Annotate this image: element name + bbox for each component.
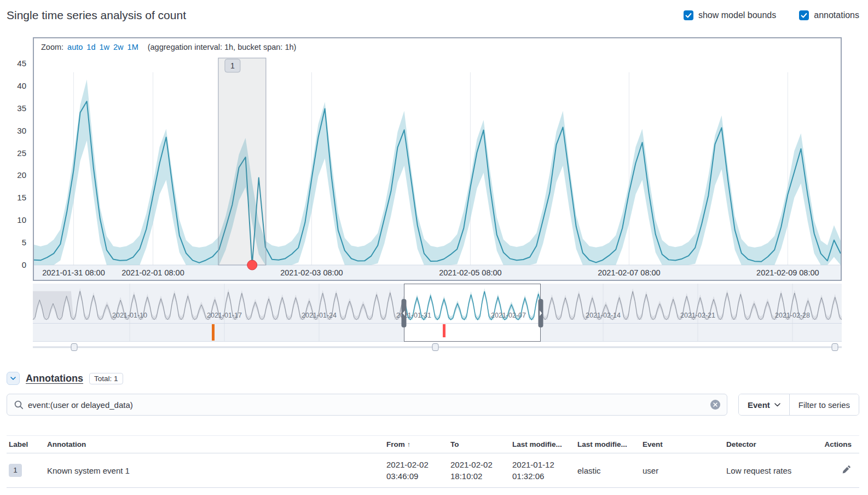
anomaly-marker[interactable] [247, 260, 257, 270]
context-x-label: 2021-01-10 [112, 312, 147, 319]
x-axis-label: 2021-02-03 08:00 [280, 268, 343, 277]
zoom-options: auto1d1w2w1M [67, 43, 142, 51]
close-icon [713, 402, 718, 407]
checkbox-checked-icon [799, 10, 809, 20]
annotations-checkbox[interactable]: annotations [799, 10, 859, 20]
pencil-icon [842, 465, 850, 474]
context-x-label: 2021-02-07 [491, 312, 526, 319]
scrollbar-thumb[interactable] [432, 344, 438, 351]
y-axis-label: 5 [22, 237, 26, 248]
chart-options: show model bounds annotations [684, 10, 859, 20]
context-x-label: 2021-01-24 [302, 312, 337, 319]
to-cell: 2021-02-02 18:10:02 [450, 453, 512, 488]
event-filter-label: Event [748, 400, 770, 410]
zoom-option-2w[interactable]: 2w [113, 43, 124, 51]
aggregation-interval-note: (aggregation interval: 1h, bucket span: … [148, 43, 297, 51]
x-axis-label: 2021-02-05 08:00 [439, 268, 502, 277]
focus-chart[interactable]: 2021-01-31 08:002021-02-01 08:002021-02-… [34, 56, 841, 280]
x-axis-label: 2021-01-31 08:00 [42, 268, 105, 277]
from-cell: 2021-02-02 03:46:09 [386, 453, 450, 488]
column-header-from[interactable]: From↑ [386, 436, 450, 453]
y-axis-label: 25 [17, 148, 26, 159]
annotations-table: Label Annotation From↑ To Last modifie..… [7, 435, 859, 488]
scrollbar-thumb[interactable] [832, 344, 838, 351]
focus-chart-panel: Zoom: auto1d1w2w1M (aggregation interval… [33, 37, 842, 281]
context-x-label: 2021-01-17 [207, 312, 242, 319]
actions-cell [817, 453, 859, 488]
context-x-label: 2021-02-21 [680, 312, 715, 319]
y-axis-label: 0 [22, 260, 26, 270]
context-chart-wrap: 2021-01-102021-01-172021-01-242021-01-31… [33, 284, 842, 352]
zoom-option-1d[interactable]: 1d [86, 43, 95, 51]
y-axis-label: 15 [17, 192, 26, 203]
y-axis-label: 35 [17, 103, 26, 114]
annotation-label-badge: 1 [9, 464, 22, 477]
annotation-cell: Known system event 1 [47, 453, 386, 488]
column-header-actions: Actions [817, 436, 859, 453]
single-metric-viewer: Single time series analysis of count sho… [0, 0, 868, 488]
annotation-region[interactable] [218, 58, 266, 265]
annotation-label-text: 1 [230, 61, 235, 70]
context-chart[interactable]: 2021-01-102021-01-172021-01-242021-01-31… [33, 284, 842, 352]
zoom-controls: Zoom: auto1d1w2w1M (aggregation interval… [34, 38, 841, 56]
zoom-option-1w[interactable]: 1w [99, 43, 109, 51]
filter-to-series-label: Filter to series [798, 400, 850, 410]
context-annotation-marker[interactable] [443, 324, 445, 337]
y-axis-label: 20 [17, 170, 26, 181]
last-modified-time-cell: 2021-01-12 01:32:06 [512, 453, 577, 488]
annotations-toolbar: Event Filter to series [7, 394, 859, 416]
scrollbar-thumb[interactable] [71, 344, 77, 351]
annotations-accordion-toggle[interactable] [7, 372, 20, 385]
column-header-annotation[interactable]: Annotation [47, 436, 386, 453]
x-axis-label: 2021-02-07 08:00 [598, 268, 661, 277]
x-axis-label: 2021-02-09 08:00 [756, 268, 819, 277]
search-input[interactable] [28, 400, 710, 410]
x-axis-label: 2021-02-01 08:00 [121, 268, 184, 277]
column-header-event[interactable]: Event [643, 436, 726, 453]
checkbox-checked-icon [684, 10, 693, 20]
sort-asc-icon: ↑ [407, 441, 410, 448]
model-bounds-band [34, 79, 841, 265]
clear-search-button[interactable] [710, 400, 720, 410]
checkbox-label: show model bounds [698, 10, 776, 20]
column-header-to[interactable]: To [450, 436, 512, 453]
edit-annotation-button[interactable] [841, 464, 852, 475]
event-filter-button[interactable]: Event [739, 394, 789, 415]
y-axis-label: 45 [17, 58, 26, 69]
last-modified-by-cell: elastic [577, 453, 643, 488]
column-header-last-modified-by[interactable]: Last modifie... [577, 436, 643, 453]
zoom-option-auto[interactable]: auto [67, 43, 83, 51]
table-row: 1 Known system event 1 2021-02-02 03:46:… [7, 453, 859, 488]
context-x-label: 2021-02-14 [586, 312, 621, 319]
table-header-row: Label Annotation From↑ To Last modifie..… [7, 436, 859, 453]
filter-to-series-button[interactable]: Filter to series [790, 394, 859, 415]
annotations-total-badge: Total: 1 [89, 373, 123, 384]
label-cell: 1 [7, 453, 47, 488]
checkbox-label: annotations [814, 10, 859, 20]
annotations-search-box [7, 394, 727, 416]
y-axis: 051015202530354045 [7, 37, 31, 281]
context-annotation-marker[interactable] [212, 324, 215, 341]
zoom-option-1M[interactable]: 1M [128, 43, 138, 51]
page-header: Single time series analysis of count sho… [7, 5, 859, 25]
context-x-label: 2021-02-28 [775, 312, 810, 319]
detector-cell: Low request rates [726, 453, 817, 488]
event-cell: user [643, 453, 726, 488]
annotations-header: Annotations Total: 1 [7, 370, 859, 387]
page-title: Single time series analysis of count [7, 9, 186, 22]
y-axis-label: 30 [17, 125, 26, 136]
column-header-label: Label [7, 436, 47, 453]
column-header-last-modified-time[interactable]: Last modifie... [512, 436, 577, 453]
y-axis-label: 10 [17, 215, 26, 226]
y-axis-label: 40 [17, 80, 26, 91]
column-header-detector[interactable]: Detector [726, 436, 817, 453]
chart-region: 051015202530354045 Zoom: auto1d1w2w1M (a… [33, 37, 842, 352]
filter-group: Event Filter to series [738, 394, 859, 416]
chevron-down-icon [9, 374, 18, 383]
chevron-down-icon [774, 403, 780, 407]
zoom-label: Zoom: [41, 43, 63, 51]
show-model-bounds-checkbox[interactable]: show model bounds [684, 10, 776, 20]
annotations-title: Annotations [26, 373, 83, 384]
search-icon [14, 400, 24, 410]
